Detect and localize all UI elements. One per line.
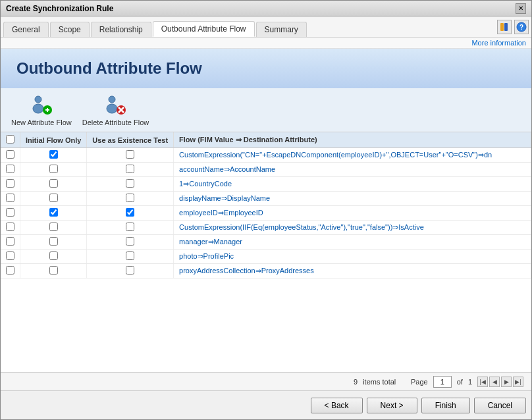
help-books-icon[interactable]	[497, 20, 512, 34]
svg-point-4	[35, 96, 41, 103]
row-select-checkbox[interactable]	[6, 208, 14, 217]
next-button[interactable]: Next >	[367, 398, 417, 413]
new-flow-icon	[28, 93, 55, 117]
more-info-link[interactable]: More information	[1, 38, 531, 49]
existence-test-checkbox[interactable]	[126, 179, 134, 188]
last-page-button[interactable]: ▶|	[513, 377, 523, 387]
initial-flow-checkbox[interactable]	[49, 251, 58, 260]
tab-icons: ?	[497, 20, 529, 37]
page-label: Page	[411, 378, 428, 386]
svg-rect-8	[47, 108, 48, 112]
table-header: Initial Flow Only Use as Existence Test …	[1, 132, 531, 148]
svg-rect-0	[500, 23, 504, 31]
flow-text: CustomExpression("CN="+EscapeDNComponent…	[174, 148, 531, 163]
title-bar: Create Synchronization Rule ✕	[1, 1, 531, 16]
tab-outbound[interactable]: Outbound Attribute Flow	[153, 21, 255, 37]
col-flow-header: Flow (FIM Value ⇒ Destination Attribute)	[174, 132, 531, 148]
table-container: Initial Flow Only Use as Existence Test …	[1, 132, 531, 372]
row-select-checkbox[interactable]	[6, 194, 14, 202]
content-area: More information Outbound Attribute Flow	[1, 38, 531, 390]
existence-test-checkbox[interactable]	[126, 266, 134, 275]
back-button[interactable]: < Back	[311, 398, 363, 413]
initial-flow-checkbox[interactable]	[49, 150, 58, 159]
existence-test-checkbox[interactable]	[126, 223, 134, 231]
delete-flow-icon	[102, 93, 128, 117]
tab-summary[interactable]: Summary	[256, 22, 307, 37]
of-label: of	[457, 378, 463, 386]
main-window: Create Synchronization Rule ✕ General Sc…	[0, 0, 532, 420]
help-icon[interactable]: ?	[514, 20, 529, 34]
table-row: employeeID⇒EmployeeID	[1, 206, 531, 221]
first-page-button[interactable]: |◀	[477, 377, 488, 387]
tabs-bar: General Scope Relationship Outbound Attr…	[1, 16, 531, 38]
tab-scope[interactable]: Scope	[50, 22, 90, 37]
tab-relationship[interactable]: Relationship	[91, 22, 151, 37]
flow-text: displayName⇒DisplayName	[174, 192, 531, 206]
finish-button[interactable]: Finish	[421, 398, 470, 413]
flow-text: photo⇒ProfilePic	[174, 249, 531, 264]
table-row: CustomExpression(IIF(Eq(employeeStatus,"…	[1, 221, 531, 235]
table-row: displayName⇒DisplayName	[1, 192, 531, 206]
row-select-checkbox[interactable]	[6, 223, 14, 231]
initial-flow-checkbox[interactable]	[49, 165, 58, 173]
existence-test-checkbox[interactable]	[126, 165, 134, 173]
initial-flow-checkbox[interactable]	[49, 223, 58, 231]
svg-point-5	[33, 104, 43, 113]
existence-test-checkbox[interactable]	[126, 208, 134, 217]
initial-flow-checkbox[interactable]	[49, 237, 58, 246]
row-select-checkbox[interactable]	[6, 251, 14, 260]
page-input[interactable]	[433, 376, 452, 388]
next-page-button[interactable]: ▶	[501, 377, 512, 387]
svg-point-10	[107, 104, 117, 113]
svg-rect-1	[504, 23, 508, 31]
new-flow-label: New Attribute Flow	[11, 118, 72, 126]
total-pages: 1	[468, 378, 472, 386]
tab-general[interactable]: General	[3, 22, 49, 37]
flow-text: CustomExpression(IIF(Eq(employeeStatus,"…	[174, 221, 531, 235]
existence-test-checkbox[interactable]	[126, 194, 134, 202]
row-select-checkbox[interactable]	[6, 266, 14, 275]
new-attribute-flow-button[interactable]: New Attribute Flow	[11, 93, 72, 126]
col-initial-header: Initial Flow Only	[20, 132, 87, 148]
prev-page-button[interactable]: ◀	[489, 377, 500, 387]
existence-test-checkbox[interactable]	[126, 251, 134, 260]
col-existence-header: Use as Existence Test	[87, 132, 174, 148]
table-row: proxyAddressCollection⇒ProxyAddresses	[1, 264, 531, 278]
flow-text: manager⇒Manager	[174, 235, 531, 249]
close-button[interactable]: ✕	[516, 3, 526, 14]
bottom-bar: < Back Next > Finish Cancel	[1, 390, 531, 419]
pagination-bar: 9 items total Page of 1 |◀ ◀ ▶ ▶|	[1, 372, 531, 390]
initial-flow-checkbox[interactable]	[49, 179, 58, 188]
flow-text: proxyAddressCollection⇒ProxyAddresses	[174, 264, 531, 278]
page-title: Outbound Attribute Flow	[16, 59, 516, 78]
flow-text: accountName⇒AccountName	[174, 163, 531, 177]
row-select-checkbox[interactable]	[6, 237, 14, 246]
svg-text:?: ?	[519, 24, 523, 31]
cancel-button[interactable]: Cancel	[474, 398, 526, 413]
table-row: photo⇒ProfilePic	[1, 249, 531, 264]
initial-flow-checkbox[interactable]	[49, 208, 58, 217]
existence-test-checkbox[interactable]	[126, 150, 134, 159]
items-count: 9	[354, 378, 358, 386]
col-select-header	[1, 132, 20, 148]
window-title: Create Synchronization Rule	[6, 4, 113, 13]
initial-flow-checkbox[interactable]	[49, 194, 58, 202]
table-row: CustomExpression("CN="+EscapeDNComponent…	[1, 148, 531, 163]
flow-text: 1⇒CountryCode	[174, 177, 531, 192]
toolbar: New Attribute Flow Delete Attribute Flow	[1, 88, 531, 132]
attribute-flow-table: Initial Flow Only Use as Existence Test …	[1, 132, 531, 278]
row-select-checkbox[interactable]	[6, 179, 14, 188]
row-select-checkbox[interactable]	[6, 150, 14, 159]
initial-flow-checkbox[interactable]	[49, 266, 58, 275]
existence-test-checkbox[interactable]	[126, 237, 134, 246]
table-row: 1⇒CountryCode	[1, 177, 531, 192]
page-header: Outbound Attribute Flow	[1, 49, 531, 88]
table-row: accountName⇒AccountName	[1, 163, 531, 177]
items-label: items total	[363, 378, 396, 386]
select-all-checkbox[interactable]	[6, 135, 14, 144]
table-row: manager⇒Manager	[1, 235, 531, 249]
delete-attribute-flow-button[interactable]: Delete Attribute Flow	[82, 93, 149, 126]
row-select-checkbox[interactable]	[6, 165, 14, 173]
delete-flow-label: Delete Attribute Flow	[82, 118, 149, 126]
pagination-nav: |◀ ◀ ▶ ▶|	[477, 377, 523, 387]
